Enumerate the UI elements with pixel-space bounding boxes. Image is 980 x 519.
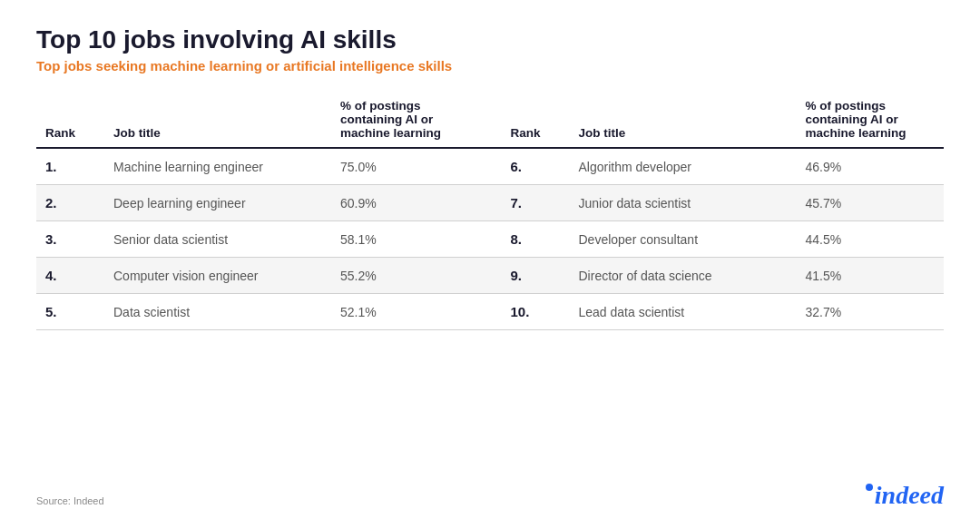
- job-title-left: Deep learning engineer: [104, 185, 331, 221]
- pct-right: 32.7%: [797, 294, 945, 330]
- rank-left: 4.: [36, 258, 104, 294]
- main-table: Rank Job title % of postings containing …: [36, 93, 944, 330]
- pct-right: 46.9%: [797, 148, 945, 185]
- table-row: 2. Deep learning engineer 60.9% 7. Junio…: [36, 185, 944, 221]
- source-text: Source: Indeed: [36, 495, 104, 506]
- row-spacer: [479, 258, 502, 294]
- header-pct-left: % of postings containing AI or machine l…: [331, 93, 479, 148]
- table-row: 5. Data scientist 52.1% 10. Lead data sc…: [36, 294, 944, 330]
- rank-right: 10.: [502, 294, 570, 330]
- job-title-right: Director of data science: [570, 258, 797, 294]
- header-rank-left: Rank: [36, 93, 104, 148]
- table-header-row: Rank Job title % of postings containing …: [36, 93, 944, 148]
- pct-left: 60.9%: [331, 185, 479, 221]
- rank-right: 6.: [502, 148, 570, 185]
- pct-left: 52.1%: [331, 294, 479, 330]
- indeed-logo-dot: [866, 484, 873, 491]
- source-footer: Source: Indeed: [36, 495, 104, 506]
- rank-left: 3.: [36, 221, 104, 258]
- page-title: Top 10 jobs involving AI skills: [36, 25, 944, 54]
- header-rank-right: Rank: [502, 93, 570, 148]
- rank-right: 7.: [502, 185, 570, 221]
- pct-left: 55.2%: [331, 258, 479, 294]
- page-subtitle: Top jobs seeking machine learning or art…: [36, 58, 944, 73]
- job-title-left: Computer vision engineer: [104, 258, 331, 294]
- header-pct-right: % of postings containing AI or machine l…: [797, 93, 945, 148]
- job-title-right: Algorithm developer: [570, 148, 797, 185]
- row-spacer: [479, 185, 502, 221]
- header-job-right: Job title: [570, 93, 797, 148]
- rank-left: 5.: [36, 294, 104, 330]
- header-spacer: [479, 93, 502, 148]
- rank-left: 1.: [36, 148, 104, 185]
- job-title-left: Senior data scientist: [104, 221, 331, 258]
- rank-right: 9.: [502, 258, 570, 294]
- row-spacer: [479, 148, 502, 185]
- pct-left: 58.1%: [331, 221, 479, 258]
- header-job-left: Job title: [104, 93, 331, 148]
- pct-right: 41.5%: [797, 258, 945, 294]
- job-title-right: Junior data scientist: [570, 185, 797, 221]
- row-spacer: [479, 221, 502, 258]
- pct-left: 75.0%: [331, 148, 479, 185]
- rank-right: 8.: [502, 221, 570, 258]
- pct-right: 45.7%: [797, 185, 945, 221]
- table-row: 1. Machine learning engineer 75.0% 6. Al…: [36, 148, 944, 185]
- page-container: Top 10 jobs involving AI skills Top jobs…: [0, 0, 980, 348]
- table-row: 3. Senior data scientist 58.1% 8. Develo…: [36, 221, 944, 258]
- job-title-left: Data scientist: [104, 294, 331, 330]
- indeed-logo: indeed: [866, 481, 944, 510]
- rank-left: 2.: [36, 185, 104, 221]
- indeed-logo-text: indeed: [875, 481, 944, 510]
- table-row: 4. Computer vision engineer 55.2% 9. Dir…: [36, 258, 944, 294]
- job-title-left: Machine learning engineer: [104, 148, 331, 185]
- job-title-right: Lead data scientist: [570, 294, 797, 330]
- table-body: 1. Machine learning engineer 75.0% 6. Al…: [36, 148, 944, 330]
- pct-right: 44.5%: [797, 221, 945, 258]
- job-title-right: Developer consultant: [570, 221, 797, 258]
- table-wrapper: Rank Job title % of postings containing …: [36, 93, 944, 330]
- row-spacer: [479, 294, 502, 330]
